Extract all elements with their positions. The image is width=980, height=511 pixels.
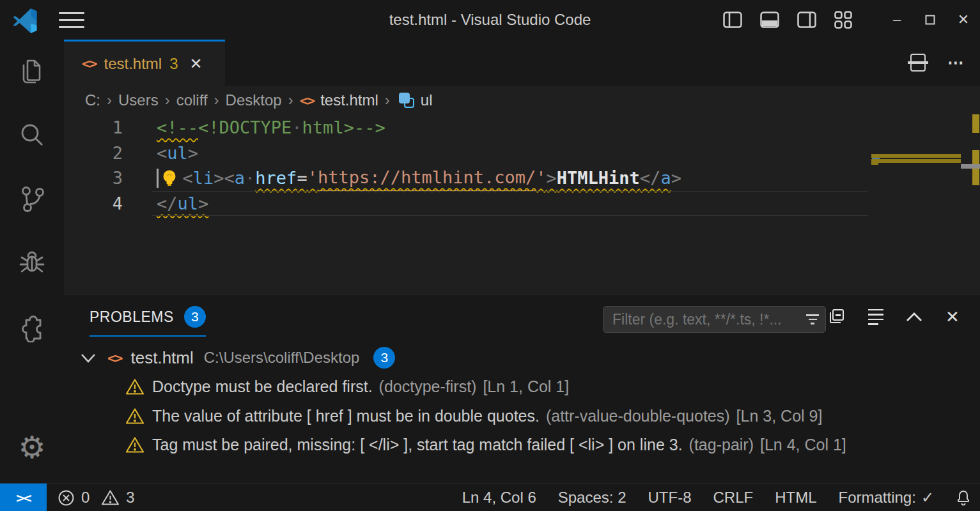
code-token: · <box>245 165 255 191</box>
eol-sequence[interactable]: CRLF <box>713 489 754 507</box>
code-token: html>--> <box>302 115 385 141</box>
explorer-icon[interactable] <box>15 55 49 88</box>
breadcrumb-symbol[interactable]: ul <box>421 91 433 109</box>
maximize-icon[interactable] <box>914 0 947 40</box>
close-panel-icon[interactable]: ✕ <box>943 307 962 326</box>
code-token: · <box>292 115 302 141</box>
html-file-icon: <> <box>82 56 97 72</box>
code-token: > <box>214 165 224 191</box>
html-file-icon: <> <box>300 93 315 109</box>
layout-customize-icon[interactable] <box>834 11 852 29</box>
code-token: li <box>193 165 214 191</box>
code-token: > <box>198 191 208 217</box>
problems-filter-input[interactable] <box>612 311 806 328</box>
breadcrumb-file[interactable]: test.html <box>320 91 378 109</box>
code-token: > <box>671 165 681 191</box>
debug-icon[interactable] <box>15 247 49 280</box>
problem-message: Doctype must be declared first. <box>152 378 373 396</box>
breadcrumb-item[interactable]: C: <box>85 91 100 109</box>
code-token: HTMLHint <box>557 165 640 191</box>
problem-location: [Ln 4, Col 1] <box>760 436 846 454</box>
filter-icon[interactable] <box>806 314 819 324</box>
html-file-icon: <> <box>107 350 122 366</box>
group-problem-count: 3 <box>373 347 395 369</box>
search-icon[interactable] <box>15 119 49 152</box>
warning-icon <box>125 436 144 454</box>
layout-panel-icon[interactable] <box>760 11 779 28</box>
line-number[interactable]: 2 <box>64 141 123 166</box>
close-icon[interactable]: ✕ <box>947 0 980 40</box>
settings-gear-icon[interactable]: ⚙ <box>15 431 49 464</box>
code-token: </ <box>157 191 178 217</box>
line-number[interactable]: 3 <box>64 165 123 191</box>
breadcrumb-separator-icon: › <box>165 91 170 109</box>
code-line[interactable]: 3<li><a·href='https://htmlhint.com/'>HTM… <box>64 165 980 191</box>
remote-indicator[interactable]: >< <box>0 484 47 511</box>
code-token: ul <box>178 191 199 217</box>
indentation[interactable]: Spaces: 2 <box>558 489 626 507</box>
tab-label: test.html <box>104 55 162 73</box>
layout-sidebar-right-icon[interactable] <box>797 11 816 28</box>
group-file-name: test.html <box>131 348 194 368</box>
cursor-position[interactable]: Ln 4, Col 6 <box>462 489 536 507</box>
problems-filter-box <box>603 306 826 333</box>
split-editor-icon[interactable] <box>910 54 926 72</box>
breadcrumb-item[interactable]: Users <box>118 91 159 109</box>
encoding[interactable]: UTF-8 <box>648 489 692 507</box>
problem-rule: (doctype-first) <box>379 378 477 396</box>
breadcrumb-item[interactable]: Desktop <box>226 91 282 109</box>
bell-icon[interactable] <box>956 489 971 506</box>
tab-strip: <> test.html 3 ✕ ⋯ <box>64 40 980 86</box>
warning-icon <box>125 408 144 425</box>
extensions-icon[interactable] <box>15 310 49 344</box>
activity-bar: ⚙ <box>0 40 64 483</box>
errors-icon <box>58 489 75 507</box>
errors-count: 0 <box>81 489 89 507</box>
group-file-path: C:\Users\coliff\Desktop <box>204 349 360 367</box>
tab-close-icon[interactable]: ✕ <box>190 56 203 72</box>
code-token: a <box>235 165 245 191</box>
breadcrumb-separator-icon: › <box>214 91 219 109</box>
problems-file-group[interactable]: <> test.html C:\Users\coliff\Desktop 3 <box>64 343 980 372</box>
text-cursor <box>157 169 159 188</box>
formatting-status[interactable]: Formatting: ✓ <box>839 489 934 507</box>
editor-area: <> test.html 3 ✕ ⋯ C:›Users›coliff›Deskt… <box>64 40 980 483</box>
source-control-icon[interactable] <box>15 183 49 216</box>
code-line[interactable]: 4</ul> <box>64 191 980 217</box>
code-editor[interactable]: 1<!--<!DOCTYPE·html>-->2<ul>3<li><a·href… <box>64 115 980 294</box>
problem-location: [Ln 1, Col 1] <box>483 378 569 396</box>
line-number[interactable]: 4 <box>64 191 123 217</box>
problems-panel: PROBLEMS 3 ✕ <> <box>64 294 980 483</box>
breadcrumb-item[interactable]: coliff <box>176 91 208 109</box>
line-number[interactable]: 1 <box>64 115 123 141</box>
problem-row[interactable]: Doctype must be declared first.(doctype-… <box>64 372 980 402</box>
language-mode[interactable]: HTML <box>775 489 816 507</box>
more-actions-icon[interactable]: ⋯ <box>947 53 966 73</box>
code-token: = <box>297 165 307 191</box>
code-line[interactable]: 1<!--<!DOCTYPE·html>--> <box>64 115 980 141</box>
code-token: < <box>157 141 167 166</box>
lightbulb-icon[interactable] <box>161 169 180 188</box>
tab-test-html[interactable]: <> test.html 3 ✕ <box>64 40 225 86</box>
problems-status[interactable]: 0 3 <box>58 484 135 511</box>
minimap[interactable] <box>869 113 965 190</box>
problem-row[interactable]: The value of attribute [ href ] must be … <box>64 402 980 431</box>
ruler-cursor-mark <box>961 164 980 169</box>
vscode-window: test.html - Visual Studio Code – ✕ <box>0 0 980 511</box>
code-token: <!DOCTYPE <box>198 115 292 141</box>
collapse-all-icon[interactable] <box>828 307 847 326</box>
code-token: > <box>547 165 557 191</box>
layout-sidebar-left-icon[interactable] <box>723 11 742 28</box>
check-icon: ✓ <box>921 489 934 507</box>
minimize-icon[interactable]: – <box>880 0 914 40</box>
code-token: < <box>224 165 235 191</box>
maximize-panel-icon[interactable] <box>905 307 924 326</box>
view-as-table-icon[interactable] <box>866 307 885 326</box>
warning-icon <box>125 378 144 395</box>
warnings-icon <box>101 489 120 506</box>
tab-problems[interactable]: PROBLEMS 3 <box>89 306 206 337</box>
problem-row[interactable]: Tag must be paired, missing: [ </li> ], … <box>64 431 980 460</box>
problem-location: [Ln 3, Col 9] <box>736 407 823 425</box>
code-line[interactable]: 2<ul> <box>64 141 980 166</box>
code-token: </ <box>640 165 661 191</box>
